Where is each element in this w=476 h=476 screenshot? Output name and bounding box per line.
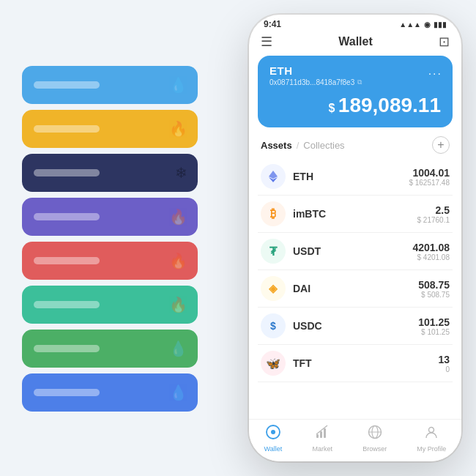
battery-icon: ▮▮▮ [434,21,447,29]
token-amount-usdt: 4201.08 $ 4201.08 [412,242,450,261]
token-item-imbtc[interactable]: ₿ imBTC 2.5 $ 21760.1 [258,196,453,233]
tab-collecties[interactable]: Collecties [303,140,344,151]
usdc-amount-main: 101.25 [418,316,450,328]
usdt-amount-sub: $ 4201.08 [412,253,450,261]
card-label-7 [34,345,100,352]
svg-rect-4 [316,434,319,438]
eth-card-balance: $ 189,089.11 [269,94,441,117]
card-icon-6: 🔥 [169,296,187,313]
dai-amount-main: 508.75 [418,279,450,291]
imbtc-amount-sub: $ 21760.1 [417,216,450,224]
status-bar: 9:41 ▲▲▲ ◉ ▮▮▮ [249,15,461,29]
bottom-nav-wallet[interactable]: Wallet [264,424,283,453]
menu-icon[interactable]: ☰ [261,34,272,50]
svg-rect-6 [324,428,326,438]
wallet-card-3[interactable]: ❄ [22,154,198,192]
token-item-usdc[interactable]: $ USDC 101.25 $ 101.25 [258,308,453,345]
token-name-dai: DAI [293,283,418,294]
card-icon-4: 🔥 [169,208,187,226]
wallet-card-7[interactable]: 💧 [22,330,198,368]
dai-icon: ◈ [261,276,286,301]
wallet-card-6[interactable]: 🔥 [22,286,198,324]
eth-amount-main: 1004.01 [409,167,450,179]
token-amount-imbtc: 2.5 $ 21760.1 [417,204,450,224]
browser-nav-label: Browser [362,445,387,453]
token-item-tft[interactable]: 🦋 TFT 13 0 [258,345,453,382]
svg-marker-0 [269,171,278,179]
token-amount-dai: 508.75 $ 508.75 [418,279,450,299]
bottom-nav-browser[interactable]: Browser [362,424,387,453]
scan-icon[interactable]: ⊡ [439,34,450,50]
card-label-5 [34,257,100,264]
add-token-button[interactable]: + [432,136,450,154]
wallet-card-8[interactable]: 💧 [22,373,198,412]
wallet-card-4[interactable]: 🔥 [22,198,198,236]
bottom-nav-market[interactable]: Market [312,424,332,453]
card-icon-7: 💧 [169,340,187,357]
wallet-nav-label: Wallet [264,445,283,453]
tft-icon: 🦋 [261,351,286,376]
eth-amount-sub: $ 162517.48 [409,179,450,187]
page-title: Wallet [272,35,439,48]
status-time: 9:41 [264,19,281,29]
token-name-tft: TFT [293,357,438,369]
token-name-eth: ETH [293,171,409,182]
dai-amount-sub: $ 508.75 [418,291,450,299]
tab-separator: / [297,140,300,151]
token-amount-eth: 1004.01 $ 162517.48 [409,167,450,187]
market-nav-icon [314,424,330,444]
assets-header: Assets / Collecties + [249,133,461,158]
card-icon-8: 💧 [169,384,187,401]
card-icon-1: 💧 [169,76,187,94]
usdc-icon: $ [261,313,286,338]
wallet-card-1[interactable]: 💧 [22,66,198,104]
usdc-amount-sub: $ 101.25 [418,328,450,336]
usdt-icon: ₮ [261,239,286,264]
wallet-nav-icon [265,424,281,444]
tft-amount-main: 13 [438,354,450,365]
btc-icon: ₿ [261,201,286,226]
usdt-amount-main: 4201.08 [412,242,450,253]
browser-nav-icon [367,424,383,444]
token-amount-usdc: 101.25 $ 101.25 [418,316,450,336]
bottom-nav-profile[interactable]: My Profile [417,424,446,453]
eth-card-address: 0x08711d3b...8418a7f8e3 ⧉ [269,78,441,86]
card-icon-3: ❄ [175,164,187,182]
bottom-nav: Wallet Market Browser My Profile [249,419,461,461]
token-item-dai[interactable]: ◈ DAI 508.75 $ 508.75 [258,270,453,308]
signal-icon: ▲▲▲ [399,21,421,29]
scene: 💧 🔥 ❄ 🔥 🔥 🔥 💧 💧 [0,0,476,476]
imbtc-amount-main: 2.5 [417,204,450,216]
card-icon-2: 🔥 [169,120,187,138]
profile-nav-label: My Profile [417,445,446,453]
token-item-usdt[interactable]: ₮ USDT 4201.08 $ 4201.08 [258,233,453,270]
profile-nav-icon [423,424,439,444]
currency-symbol: $ [329,102,338,114]
eth-card: ETH 0x08711d3b...8418a7f8e3 ⧉ $ 189,089.… [258,56,453,127]
card-label-6 [34,301,100,308]
token-item-eth[interactable]: ETH 1004.01 $ 162517.48 [258,158,453,196]
token-amount-tft: 13 0 [438,354,450,373]
svg-rect-5 [320,431,322,438]
address-text: 0x08711d3b...8418a7f8e3 [269,78,354,86]
wallet-card-5[interactable]: 🔥 [22,242,198,280]
phone-nav: ☰ Wallet ⊡ [249,29,461,56]
token-list: ETH 1004.01 $ 162517.48 ₿ imBTC 2.5 $ 21… [249,158,461,419]
card-label-4 [34,213,100,220]
svg-point-10 [429,428,434,433]
assets-tabs: Assets / Collecties [261,140,345,151]
tft-amount-sub: 0 [438,365,450,373]
card-label-3 [34,169,100,176]
copy-icon[interactable]: ⧉ [357,78,362,86]
token-name-usdc: USDC [293,320,418,332]
token-name-imbtc: imBTC [293,208,417,220]
card-label-2 [34,125,100,133]
card-icon-5: 🔥 [169,252,187,269]
svg-point-3 [271,430,275,434]
eth-card-more[interactable]: ... [428,64,442,78]
card-label-1 [34,81,100,89]
tab-assets[interactable]: Assets [261,140,292,151]
phone-frame: 9:41 ▲▲▲ ◉ ▮▮▮ ☰ Wallet ⊡ ETH 0x08711d3b… [249,15,461,461]
wallet-card-2[interactable]: 🔥 [22,110,198,148]
market-nav-label: Market [312,445,332,453]
